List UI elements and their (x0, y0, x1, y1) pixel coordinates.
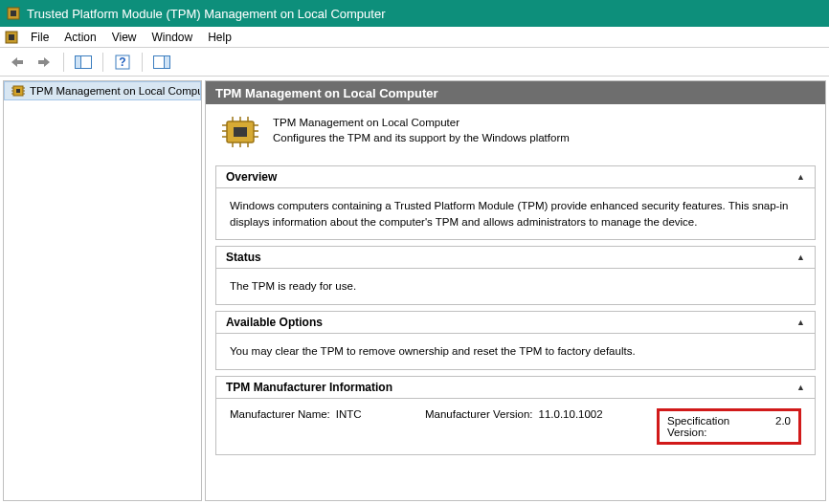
help-button[interactable]: ? (111, 51, 134, 74)
panel-mfr-body: Manufacturer Name: INTC Manufacturer Ver… (216, 399, 815, 454)
panel-status: Status ▲ The TPM is ready for use. (215, 246, 816, 305)
mfr-name-field: Manufacturer Name: INTC (230, 408, 421, 445)
panel-overview-body: Windows computers containing a Trusted P… (216, 188, 815, 239)
menu-window[interactable]: Window (145, 29, 201, 46)
panel-options-header[interactable]: Available Options ▲ (216, 312, 815, 334)
panel-status-body: The TPM is ready for use. (216, 269, 815, 304)
intro-text: TPM Management on Local Computer Configu… (273, 116, 570, 145)
mfr-spec-value: 2.0 (775, 415, 791, 438)
panel-mfr-header[interactable]: TPM Manufacturer Information ▲ (216, 377, 815, 399)
svg-rect-11 (16, 89, 20, 93)
panel-status-title: Status (226, 251, 261, 264)
tpm-chip-icon (11, 83, 26, 99)
panel-overview: Overview ▲ Windows computers containing … (215, 165, 816, 240)
mfr-name-value: INTC (336, 408, 362, 445)
spec-version-highlight: Specification Version: 2.0 (657, 408, 801, 445)
svg-rect-19 (234, 127, 247, 137)
collapse-icon: ▲ (796, 252, 805, 262)
main-header: TPM Management on Local Computer (206, 81, 825, 104)
mfr-name-label: Manufacturer Name: (230, 408, 330, 445)
menu-help[interactable]: Help (200, 29, 239, 46)
forward-button[interactable] (33, 51, 56, 74)
app-icon (6, 6, 21, 21)
svg-rect-1 (11, 11, 16, 16)
panel-overview-header[interactable]: Overview ▲ (216, 166, 815, 188)
tree-item-label: TPM Management on Local Compu (30, 85, 201, 97)
toolbar-separator (63, 53, 64, 72)
menu-view[interactable]: View (104, 29, 145, 46)
mfr-version-field: Manufacturer Version: 11.0.10.1002 (425, 408, 645, 445)
collapse-icon: ▲ (796, 383, 805, 392)
menu-file[interactable]: File (23, 29, 56, 46)
tree-pane[interactable]: TPM Management on Local Compu (3, 80, 202, 501)
panel-mfr-title: TPM Manufacturer Information (226, 381, 392, 394)
mmc-icon (4, 30, 19, 45)
main-pane: TPM Management on Local Computer TPM Man… (205, 80, 826, 501)
tpm-large-icon (221, 116, 259, 148)
show-hide-action-pane-button[interactable] (150, 51, 173, 74)
window-title: Trusted Platform Module (TPM) Management… (27, 7, 386, 21)
intro-title: TPM Management on Local Computer (273, 116, 570, 131)
toolbar-separator-2 (102, 53, 103, 72)
mfr-version-value: 11.0.10.1002 (539, 408, 603, 445)
panel-options-body: You may clear the TPM to remove ownershi… (216, 334, 815, 369)
svg-rect-5 (76, 55, 81, 68)
main-header-title: TPM Management on Local Computer (215, 86, 438, 100)
collapse-icon: ▲ (796, 318, 805, 327)
svg-text:?: ? (119, 55, 125, 69)
collapse-icon: ▲ (796, 172, 805, 182)
title-bar: Trusted Platform Module (TPM) Management… (0, 0, 829, 27)
panel-manufacturer-info: TPM Manufacturer Information ▲ Manufactu… (215, 376, 816, 455)
tree-item-tpm-management[interactable]: TPM Management on Local Compu (4, 81, 201, 100)
panel-available-options: Available Options ▲ You may clear the TP… (215, 311, 816, 370)
mfr-spec-field: Specification Version: 2.0 (649, 408, 801, 445)
intro-block: TPM Management on Local Computer Configu… (206, 104, 825, 160)
mfr-spec-label: Specification Version: (667, 415, 770, 438)
back-button[interactable] (6, 51, 29, 74)
show-hide-tree-button[interactable] (72, 51, 95, 74)
menu-bar: File Action View Window Help (0, 27, 829, 48)
mfr-version-label: Manufacturer Version: (425, 408, 533, 445)
toolbar: ? (0, 48, 829, 77)
toolbar-separator-3 (142, 53, 143, 72)
menu-action[interactable]: Action (56, 29, 103, 46)
panel-status-header[interactable]: Status ▲ (216, 247, 815, 269)
content-area: TPM Management on Local Compu TPM Manage… (0, 77, 829, 504)
panel-options-title: Available Options (226, 316, 323, 329)
svg-rect-3 (9, 34, 14, 40)
svg-rect-9 (165, 55, 170, 68)
panel-overview-title: Overview (226, 170, 277, 184)
intro-subtitle: Configures the TPM and its support by th… (273, 131, 570, 146)
